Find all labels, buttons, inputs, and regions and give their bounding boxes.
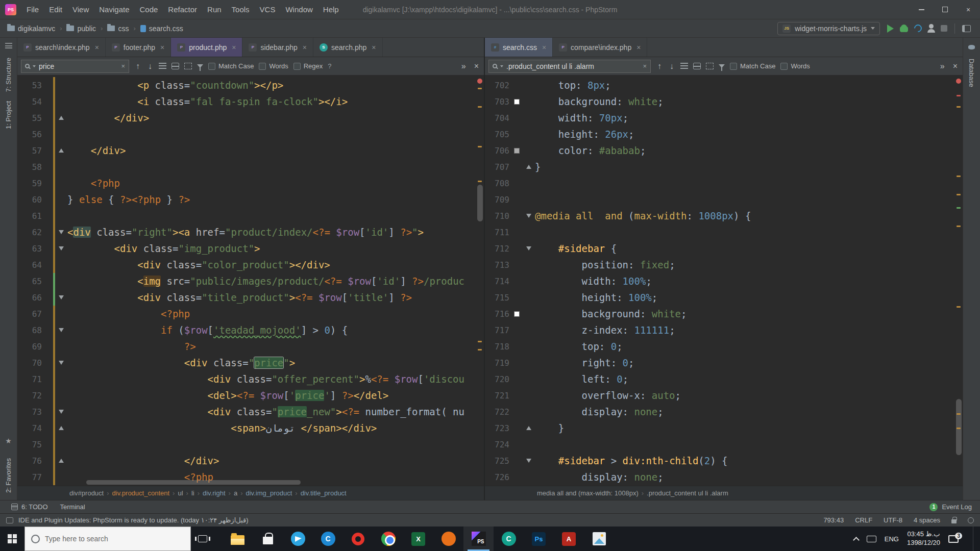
fold-marker[interactable] <box>55 328 67 332</box>
breadcrumb-item[interactable]: div.right <box>201 488 228 498</box>
code-text[interactable]: background: white; <box>535 93 664 110</box>
line-number[interactable]: 705 <box>485 130 512 139</box>
taskbar-photos[interactable] <box>584 527 614 551</box>
help-icon[interactable]: ? <box>328 62 331 70</box>
code-text[interactable]: top: 8px; <box>535 77 611 93</box>
show-desktop-button[interactable] <box>973 527 976 551</box>
search-input[interactable]: .product_content ul li .alarm× <box>488 60 651 73</box>
line-number[interactable]: 68 <box>17 325 45 335</box>
nav-breadcrumb-digikalamvc[interactable]: digikalamvc <box>6 23 56 34</box>
line-number[interactable]: 62 <box>17 228 45 237</box>
line-ending-indicator[interactable]: CRLF <box>855 516 872 524</box>
taskbar-telegram[interactable] <box>283 527 313 551</box>
select-all-occurrences-button[interactable] <box>172 63 179 69</box>
tab-compare-index-php[interactable]: Pcompare\index.php× <box>553 38 647 57</box>
toggle-regex[interactable]: Regex <box>293 62 323 70</box>
tray-expand-chevron-icon[interactable] <box>853 537 860 543</box>
clear-search-icon[interactable]: × <box>121 62 125 70</box>
fold-marker[interactable] <box>55 116 67 120</box>
toolwindow-button-1-project[interactable]: 1: Project <box>5 101 12 129</box>
toggle-match-case[interactable]: Match Case <box>730 62 775 70</box>
fold-expand-icon[interactable] <box>59 246 64 251</box>
close-tab-icon[interactable]: × <box>160 43 164 52</box>
language-indicator[interactable]: ENG <box>885 535 899 543</box>
color-swatch[interactable] <box>514 311 520 317</box>
nav-breadcrumb-public[interactable]: public <box>65 23 97 34</box>
search-in-selection-button[interactable] <box>706 63 714 69</box>
toggle-match-case[interactable]: Match Case <box>208 62 254 70</box>
code-text[interactable]: <div class="right"><a href="product/inde… <box>67 224 424 240</box>
line-number[interactable]: 63 <box>17 244 45 254</box>
code-text[interactable]: <?php <box>67 306 190 322</box>
code-text[interactable]: <div class="color_product"></div> <box>67 257 330 273</box>
line-number[interactable]: 704 <box>485 113 512 123</box>
code-text[interactable]: ?> <box>67 338 196 355</box>
run-button[interactable] <box>887 24 894 33</box>
line-number[interactable]: 702 <box>485 81 512 90</box>
debug-button[interactable] <box>901 24 907 32</box>
fold-end-icon[interactable] <box>59 459 64 463</box>
error-indicator-icon[interactable] <box>956 79 961 84</box>
close-tab-icon[interactable]: × <box>95 43 99 52</box>
code-text[interactable]: </div> <box>67 453 219 469</box>
menu-help[interactable]: Help <box>318 0 344 19</box>
line-number[interactable]: 703 <box>485 97 512 107</box>
line-number[interactable]: 710 <box>485 211 512 221</box>
code-text[interactable]: <div class="img_product"> <box>67 240 260 257</box>
line-number[interactable]: 712 <box>485 244 512 254</box>
editor-left[interactable]: 53 <p class="countdown"></p>54 <i class=… <box>17 76 484 486</box>
fold-marker[interactable] <box>55 459 67 463</box>
profiler-button[interactable] <box>929 24 934 29</box>
code-text[interactable]: <span>تومان </span></div> <box>67 420 377 436</box>
tool-strip-icon[interactable] <box>5 43 12 48</box>
line-number[interactable]: 717 <box>485 325 512 335</box>
error-indicator-icon[interactable] <box>477 79 482 84</box>
taskbar-microsoft-store[interactable] <box>253 527 283 551</box>
menu-run[interactable]: Run <box>202 0 227 19</box>
search-history-chevron-icon[interactable] <box>500 65 503 67</box>
close-tab-icon[interactable]: × <box>303 43 307 52</box>
tab-search-index-php[interactable]: Psearch\index.php× <box>17 38 106 57</box>
editor-right[interactable]: 702 top: 8px;703 background: white;704 w… <box>485 76 963 486</box>
line-number[interactable]: 67 <box>17 309 45 319</box>
close-find-bar-icon[interactable]: × <box>473 62 480 71</box>
line-number[interactable]: 70 <box>17 358 45 368</box>
run-configuration-select[interactable]: JS widget-morris-charts.js <box>777 22 880 35</box>
select-all-occurrences-button[interactable] <box>693 63 701 69</box>
taskbar-excel[interactable]: X <box>403 527 433 551</box>
line-number[interactable]: 724 <box>485 440 512 449</box>
line-number[interactable]: 713 <box>485 260 512 270</box>
fold-marker[interactable] <box>523 426 535 430</box>
readonly-lock-icon[interactable] <box>951 519 957 523</box>
horizontal-scrollbar-thumb[interactable] <box>86 480 301 485</box>
background-tasks-icon[interactable] <box>968 517 974 523</box>
code-text[interactable]: top: 0; <box>535 338 623 355</box>
menu-view[interactable]: View <box>67 0 94 19</box>
search-in-selection-button[interactable] <box>184 63 192 69</box>
code-text[interactable]: </div> <box>67 110 149 126</box>
code-text[interactable]: width: 70px; <box>535 110 628 126</box>
maximize-button[interactable] <box>933 0 957 19</box>
breadcrumb-item[interactable]: .product_content ul li .alarm <box>645 488 730 498</box>
breadcrumb-item[interactable]: div.product_content <box>110 488 172 498</box>
coverage-button[interactable] <box>913 23 923 34</box>
menu-navigate[interactable]: Navigate <box>94 0 134 19</box>
vertical-scrollbar-thumb[interactable] <box>477 185 483 221</box>
line-number[interactable]: 71 <box>17 374 45 384</box>
toggle-words[interactable]: Words <box>259 62 288 70</box>
code-text[interactable]: @media all and (max-width: 1008px) { <box>535 208 751 224</box>
fold-end-icon[interactable] <box>59 426 64 430</box>
taskbar-search-input[interactable]: Type here to search <box>24 527 191 551</box>
tab-sidebar-php[interactable]: Psidebar.php× <box>242 38 313 57</box>
tab-product-php[interactable]: Pproduct.php× <box>171 38 242 57</box>
line-number[interactable]: 55 <box>17 113 45 123</box>
fold-marker[interactable] <box>523 246 535 251</box>
line-number[interactable]: 726 <box>485 472 512 482</box>
menu-code[interactable]: Code <box>134 0 163 19</box>
line-number[interactable]: 72 <box>17 391 45 400</box>
toolwindow-button-terminal[interactable]: Terminal <box>54 503 91 511</box>
line-number[interactable]: 708 <box>485 179 512 188</box>
tab-footer-php[interactable]: Pfooter.php× <box>106 38 171 57</box>
fold-marker[interactable] <box>55 426 67 430</box>
caret-position[interactable]: 793:43 <box>823 516 844 524</box>
